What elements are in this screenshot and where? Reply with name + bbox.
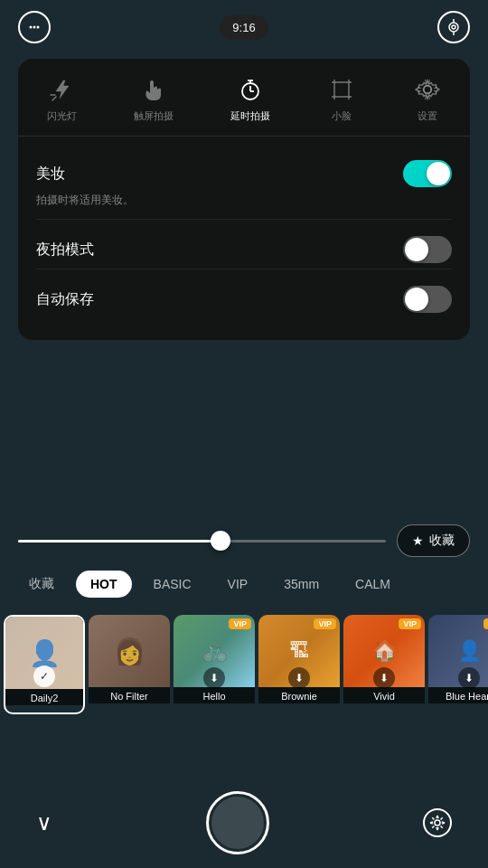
filter-blueheart[interactable]: 👤 VIP ⬇ Blue Heart <box>428 615 488 714</box>
filter-brownie[interactable]: 🏗 VIP ⬇ Brownie <box>258 615 340 714</box>
status-bar: 9:16 <box>0 0 488 54</box>
download-icon-blueheart: ⬇ <box>458 667 480 689</box>
download-icon-brownie: ⬇ <box>288 667 310 689</box>
settings-label: 设置 <box>418 109 437 123</box>
settings-button[interactable] <box>423 808 452 837</box>
svg-point-3 <box>449 23 458 32</box>
settings-panel: 闪光灯 触屏拍摄 延时拍摄 <box>18 59 470 340</box>
collect-button[interactable]: ★ 收藏 <box>397 524 470 557</box>
face-label: 小脸 <box>332 109 352 123</box>
filter-vivid-label: Vivid <box>343 687 425 703</box>
night-mode-toggle-thumb <box>405 238 428 261</box>
auto-save-toggle[interactable] <box>403 286 452 313</box>
beauty-label: 美妆 <box>36 165 65 184</box>
toolbar-settings[interactable]: 设置 <box>413 75 442 123</box>
flash-label: 闪光灯 <box>47 109 77 123</box>
tab-hot[interactable]: HOT <box>76 571 132 598</box>
vip-badge-brownie: VIP <box>314 618 336 629</box>
filter-daily2-label: Daily2 <box>5 689 83 705</box>
auto-save-toggle-thumb <box>405 288 428 311</box>
tab-vip[interactable]: VIP <box>213 571 263 598</box>
toolbar-touch[interactable]: 触屏拍摄 <box>134 75 174 123</box>
tab-35mm[interactable]: 35mm <box>269 571 333 598</box>
auto-save-row: 自动保存 <box>36 269 452 318</box>
settings-content: 美妆 拍摄时将适用美妆。 夜拍模式 自动保存 <box>18 137 470 326</box>
beauty-description: 拍摄时将适用美妆。 <box>36 193 452 219</box>
beauty-toggle-thumb <box>427 162 450 185</box>
filter-nofilter-label: No Filter <box>89 687 170 703</box>
filter-nofilter[interactable]: 👩 No Filter <box>89 615 170 714</box>
filter-nofilter-preview: 👩 <box>89 615 170 687</box>
star-icon: ★ <box>412 533 424 548</box>
touch-icon <box>139 75 168 104</box>
svg-rect-14 <box>334 82 349 97</box>
svg-point-25 <box>435 820 440 826</box>
slider-fill <box>18 540 221 542</box>
beauty-toggle[interactable] <box>403 160 452 187</box>
collect-label: 收藏 <box>429 533 455 549</box>
shutter-button[interactable] <box>206 791 269 854</box>
shutter-inner <box>211 797 264 849</box>
timer-label: 延时拍摄 <box>230 109 270 123</box>
filter-thumbnails: 👤 ✓ Daily2 👩 No Filter 🚲 VIP ⬇ Hello 🏗 V… <box>0 615 488 714</box>
flash-icon <box>47 75 76 104</box>
night-mode-toggle[interactable] <box>403 236 452 263</box>
scan-icon[interactable] <box>437 11 470 43</box>
filter-tabs: 收藏 HOT BASIC VIP 35mm CALM <box>0 570 488 599</box>
vip-badge-blueheart: VIP <box>483 618 488 629</box>
tab-calm[interactable]: CALM <box>341 571 405 598</box>
filter-brownie-label: Brownie <box>258 687 340 703</box>
svg-point-24 <box>423 86 431 94</box>
filter-hello[interactable]: 🚲 VIP ⬇ Hello <box>174 615 255 714</box>
selected-check-icon: ✓ <box>33 665 55 687</box>
svg-line-7 <box>52 97 56 100</box>
gear-icon <box>413 75 442 104</box>
time-display: 9:16 <box>220 15 267 40</box>
download-icon-vivid: ⬇ <box>373 667 395 689</box>
exposure-slider[interactable] <box>18 540 386 542</box>
night-mode-row: 夜拍模式 <box>36 220 452 269</box>
timer-icon <box>236 75 265 104</box>
bottom-bar: ∨ <box>0 778 488 868</box>
back-button[interactable]: ∨ <box>36 810 52 835</box>
filter-hello-label: Hello <box>174 687 255 703</box>
toolbar-face[interactable]: 小脸 <box>327 75 356 123</box>
svg-point-1 <box>33 26 36 29</box>
face-icon <box>327 75 356 104</box>
auto-save-label: 自动保存 <box>36 290 94 309</box>
tab-collect[interactable]: 收藏 <box>14 570 69 599</box>
menu-icon[interactable] <box>18 11 51 43</box>
camera-toolbar: 闪光灯 触屏拍摄 延时拍摄 <box>18 59 470 137</box>
slider-area: ★ 收藏 <box>0 524 488 557</box>
filter-vivid[interactable]: 🏠 VIP ⬇ Vivid <box>343 615 425 714</box>
toolbar-flash[interactable]: 闪光灯 <box>47 75 77 123</box>
vip-badge-vivid: VIP <box>399 618 421 629</box>
download-icon-hello: ⬇ <box>203 667 225 689</box>
night-mode-label: 夜拍模式 <box>36 241 94 259</box>
touch-label: 触屏拍摄 <box>134 109 174 123</box>
slider-thumb[interactable] <box>211 531 230 551</box>
svg-point-4 <box>452 25 455 29</box>
svg-point-0 <box>30 26 33 29</box>
beauty-row: 美妆 <box>36 144 452 193</box>
toolbar-timer[interactable]: 延时拍摄 <box>230 75 270 123</box>
tab-basic[interactable]: BASIC <box>139 571 206 598</box>
svg-point-2 <box>37 26 40 29</box>
filter-blueheart-label: Blue Heart <box>428 687 488 703</box>
filter-daily2[interactable]: 👤 ✓ Daily2 <box>4 615 85 714</box>
settings-gear-icon <box>429 815 446 831</box>
vip-badge-hello: VIP <box>229 618 251 629</box>
